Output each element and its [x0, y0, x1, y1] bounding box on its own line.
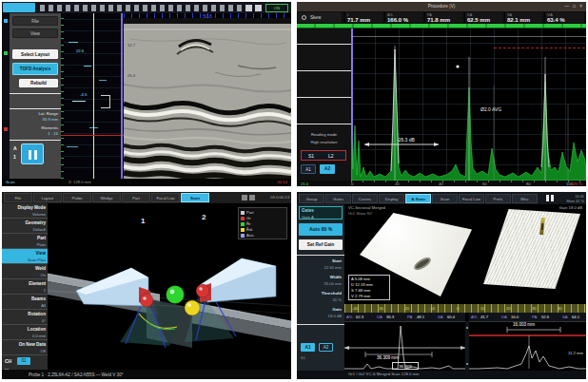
- strip-purple-border: [121, 13, 123, 179]
- ascan-scale-bar: 0 20 40 60 80 100 21.0 125 %: [297, 181, 586, 186]
- probe-2-label: 2: [202, 213, 206, 221]
- tab-gates[interactable]: Gates: [325, 194, 351, 203]
- select-layout-button[interactable]: Select Layout: [12, 49, 58, 59]
- ascan-plot[interactable]: -26.3 dB Ø2.0 AVG: [351, 29, 586, 181]
- param-location[interactable]: Location0.0 mm: [2, 325, 48, 340]
- param-on-new-data[interactable]: On New DataOff: [2, 340, 48, 355]
- auto-80-button[interactable]: Auto 80 %: [299, 223, 343, 236]
- tab-a1[interactable]: A1: [301, 164, 316, 174]
- param-value: 20 %: [332, 297, 342, 302]
- group-chip-s1[interactable]: S1: [301, 356, 305, 361]
- paut-image-area[interactable]: VC-Sectorial Merged Gr1 Skew 90° Gain 18…: [344, 204, 586, 304]
- gates-header-box[interactable]: Gates Gate A: [299, 206, 343, 220]
- readout-value: 52.6: [541, 315, 549, 319]
- param-label: Display Mode: [17, 205, 46, 210]
- tab-curves[interactable]: Curves: [352, 194, 378, 203]
- param-label: View: [36, 251, 46, 256]
- tab-prefs[interactable]: Prefs: [485, 194, 511, 203]
- tab-focal-law[interactable]: Focal Law: [459, 194, 484, 203]
- sidebar-divider: [297, 255, 344, 256]
- readout-value: 60.4: [447, 315, 455, 319]
- ascan-strip-right[interactable]: 16.003 mm 11.2 mm: [469, 321, 586, 371]
- rail-dot3-icon[interactable]: [4, 127, 8, 131]
- tab-display[interactable]: Display: [379, 194, 404, 203]
- set-ref-gain-button[interactable]: Set Ref Gain: [299, 239, 343, 250]
- rebuild-button[interactable]: Rebuild: [19, 79, 58, 87]
- param-gain[interactable]: Gain 18.0 dB: [297, 306, 344, 322]
- view-icon[interactable]: [242, 195, 247, 201]
- minimize-button[interactable]: —: [564, 4, 569, 9]
- pause-icon: [546, 195, 549, 201]
- param-start[interactable]: Start 12.50 mm: [297, 258, 344, 274]
- tab-group[interactable]: Group: [299, 194, 324, 203]
- close-button[interactable]: ×: [579, 4, 582, 9]
- layout-tab-box[interactable]: S1 L2: [301, 150, 346, 161]
- rail-dot2-icon[interactable]: [4, 51, 8, 55]
- param-label: Start: [332, 258, 342, 263]
- tofd-bscan-image[interactable]: [124, 18, 291, 179]
- param-threshold[interactable]: Threshold 20 %: [297, 290, 344, 306]
- tab-focal-law[interactable]: Focal Law: [151, 193, 180, 202]
- tab-l2[interactable]: L2: [328, 153, 334, 159]
- tab-layout[interactable]: Layout: [33, 193, 62, 202]
- tofd-left-rail[interactable]: [2, 13, 10, 179]
- scan-axis-ruler[interactable]: -40 -30 -20 -10 0 10 20 30 40: [344, 304, 586, 313]
- tab-s1[interactable]: S1: [308, 153, 314, 159]
- tofd-analysis-button[interactable]: TOFD Analysis: [12, 63, 58, 75]
- tofd-image-area[interactable]: 50.8 12.7 25.4: [124, 13, 291, 179]
- param-weld[interactable]: WeldOn: [2, 264, 48, 279]
- tab-scan[interactable]: Scan: [432, 194, 458, 203]
- pause-button[interactable]: [546, 195, 554, 201]
- param-width[interactable]: Width 25.00 mm: [297, 274, 344, 290]
- tab-probe[interactable]: Probe: [63, 193, 91, 202]
- param-rotation[interactable]: Rotation0°: [2, 310, 48, 325]
- param-display-mode[interactable]: Display ModeVolume: [2, 203, 48, 219]
- readout-label: PA: [532, 315, 537, 319]
- tab-file[interactable]: File: [4, 193, 32, 202]
- tofd-ascan-strip[interactable]: 22.6 -4.5: [61, 13, 124, 179]
- tofd-home-tab[interactable]: [3, 3, 35, 12]
- tab-part[interactable]: Part: [122, 193, 150, 202]
- trace-dash: [67, 146, 78, 147]
- sidebar-divider: [10, 108, 61, 109]
- param-geometry[interactable]: GeometryDefault: [2, 219, 48, 234]
- camera-icon[interactable]: [249, 195, 255, 201]
- tab-misc[interactable]: Misc: [512, 194, 538, 203]
- sidebar-divider: [297, 324, 344, 325]
- ascan-strip-left[interactable]: 36.309 mm 36.309: [344, 321, 465, 371]
- rail-dot-icon[interactable]: [4, 19, 8, 23]
- toolbar-icons[interactable]: [40, 5, 242, 11]
- maximize-button[interactable]: □: [573, 4, 576, 9]
- sidebar-button-file[interactable]: File: [12, 16, 58, 26]
- legend-swatch: [241, 217, 245, 220]
- ruler-label: 40: [558, 306, 562, 311]
- group-chip-a1[interactable]: A1: [301, 343, 315, 352]
- tab-wedge[interactable]: Wedge: [92, 193, 121, 202]
- sidebar-button-view[interactable]: View: [12, 29, 58, 38]
- ruler-label: -10: [429, 306, 435, 311]
- tab-scan-active[interactable]: Scan: [181, 193, 209, 202]
- group-chip-a2[interactable]: A2: [319, 343, 333, 352]
- distance-annotation-left: 36.309 mm: [377, 355, 399, 360]
- tab-a2[interactable]: A2: [320, 164, 335, 174]
- strip-red-cursor[interactable]: [61, 135, 124, 136]
- lat-range-value[interactable]: 55.9 mm: [12, 118, 58, 123]
- scan-counter: 03 0:00:13: [270, 196, 289, 201]
- strip-bracket: [101, 95, 110, 108]
- pause-button[interactable]: [21, 143, 44, 164]
- scanplan-3d-view[interactable]: 1 2 Part Gr 1 Gr 2 Ind. Axis: [48, 203, 291, 370]
- merged-cscan-right[interactable]: [483, 209, 580, 289]
- param-beams[interactable]: BeamsAll: [2, 295, 48, 310]
- toolbar-window-icon[interactable]: [245, 5, 252, 11]
- sphere-highlight: [170, 290, 175, 295]
- param-view-selected[interactable]: ViewScan Plan: [2, 249, 48, 264]
- sphere-red-2: [196, 284, 209, 297]
- tab-ascan-active[interactable]: A-Scan: [405, 194, 431, 203]
- param-element[interactable]: Element1: [2, 279, 48, 295]
- param-part[interactable]: PartPlate: [2, 234, 48, 249]
- tofd-toolbar: ON: [2, 2, 291, 13]
- elements-value[interactable]: 1 - 16: [12, 132, 58, 137]
- toolbar-grid-icon[interactable]: [255, 5, 262, 11]
- skew-cell[interactable]: Skew: [298, 12, 342, 23]
- ch-chip[interactable]: 01: [17, 357, 30, 365]
